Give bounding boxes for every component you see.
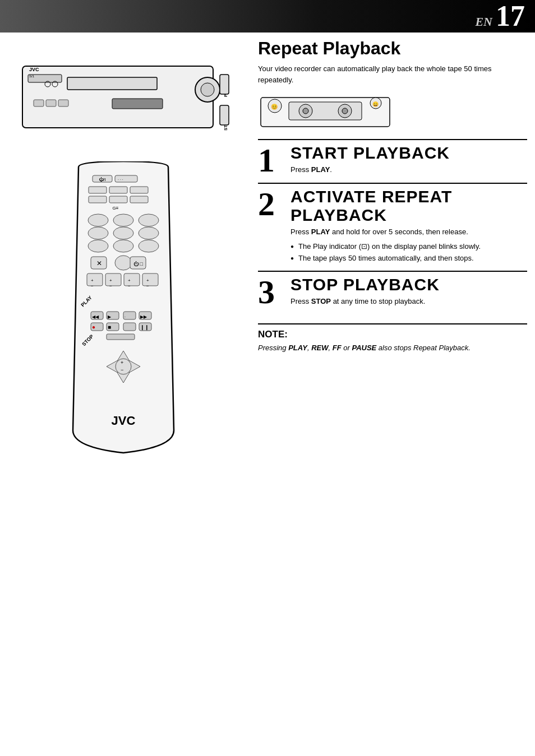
header-bar: EN 17: [0, 0, 535, 33]
svg-text:JVC: JVC: [29, 67, 39, 72]
svg-rect-48: [124, 273, 140, 286]
step-2-bullet-2: The tape plays 50 times automatically, a…: [290, 253, 527, 264]
svg-text:−: −: [146, 284, 149, 289]
svg-text:■: ■: [108, 324, 111, 330]
svg-text:−: −: [91, 284, 94, 289]
svg-text:●: ●: [92, 324, 95, 330]
svg-text:⏻/I: ⏻/I: [99, 177, 105, 182]
svg-rect-45: [105, 273, 121, 286]
page-title: Repeat Playback: [258, 38, 527, 59]
svg-rect-42: [87, 273, 103, 286]
svg-text:+: +: [91, 278, 94, 283]
svg-text:G≡: G≡: [113, 206, 119, 211]
note-section: NOTE: Pressing PLAY, REW, FF or PAUSE al…: [258, 323, 527, 354]
svg-point-32: [113, 227, 133, 239]
svg-rect-16: [220, 105, 229, 125]
page-number: 17: [496, 2, 525, 31]
step-3-container: 3 STOP PLAYBACK Press STOP at any time t…: [258, 271, 527, 314]
svg-text:😄: 😄: [372, 101, 379, 108]
svg-text:+: +: [128, 278, 131, 283]
svg-point-35: [113, 240, 133, 252]
svg-text:😊: 😊: [271, 103, 278, 110]
svg-text:+: +: [121, 360, 123, 365]
svg-text:⏻ □: ⏻ □: [133, 261, 144, 267]
step-1-content: START PLAYBACK Press PLAY.: [287, 143, 527, 175]
svg-text:−: −: [109, 284, 112, 289]
step-2-heading: ACTIVATE REPEAT PLAYBACK: [290, 187, 527, 224]
svg-point-30: [139, 214, 159, 226]
vcr-illustration: JVC S/1 PLAY STOP: [17, 44, 236, 145]
tape-illustration: 😊 😄: [258, 92, 393, 131]
step-2-container: 2 ACTIVATE REPEAT PLAYBACK Press PLAY an…: [258, 183, 527, 271]
step-2-bullets: The Play indicator (⊡) on the display pa…: [290, 241, 527, 264]
step-2-number: 2: [258, 187, 287, 221]
step-3-heading: STOP PLAYBACK: [290, 275, 527, 294]
step-3-number: 3: [258, 275, 287, 309]
step-1-desc: Press PLAY.: [290, 164, 527, 175]
svg-rect-7: [34, 100, 44, 106]
svg-rect-51: [142, 273, 158, 286]
en-label: EN: [475, 15, 492, 29]
svg-rect-23: [130, 187, 148, 193]
step-1-number: 1: [258, 143, 287, 177]
svg-rect-25: [109, 196, 127, 203]
step-2-content: ACTIVATE REPEAT PLAYBACK Press PLAY and …: [287, 187, 527, 265]
svg-point-33: [139, 227, 159, 239]
svg-text:✕: ✕: [96, 259, 102, 267]
svg-point-34: [88, 240, 108, 252]
svg-rect-22: [109, 187, 127, 193]
svg-rect-9: [58, 100, 68, 106]
svg-rect-67: [123, 323, 136, 331]
svg-point-36: [139, 240, 159, 252]
svg-rect-70: [107, 334, 135, 340]
svg-text:JVC: JVC: [112, 414, 136, 428]
svg-text:+: +: [146, 278, 149, 283]
svg-text:·: ·: [124, 315, 126, 319]
note-text: Pressing PLAY, REW, FF or PAUSE also sto…: [258, 342, 527, 354]
step-3-desc: Press STOP at any time to stop playback.: [290, 296, 527, 307]
svg-text:−: −: [121, 367, 123, 373]
step-2-desc: Press PLAY and hold for over 5 seconds, …: [290, 226, 527, 238]
page-number-area: EN 17: [475, 2, 525, 31]
right-column: Repeat Playback Your video recorder can …: [258, 38, 527, 353]
remote-svg: ⏻/I · · · G≡ ✕: [45, 161, 202, 498]
svg-text:▶: ▶: [108, 314, 112, 319]
svg-rect-10: [112, 99, 163, 109]
svg-point-83: [303, 108, 308, 114]
svg-rect-15: [220, 75, 229, 94]
note-title: NOTE:: [258, 329, 527, 340]
svg-text:S/1: S/1: [29, 75, 35, 78]
step-2-bullet-1: The Play indicator (⊡) on the display pa…: [290, 241, 527, 252]
svg-rect-26: [130, 196, 148, 203]
svg-point-29: [113, 214, 133, 226]
step-3-content: STOP PLAYBACK Press STOP at any time to …: [287, 275, 527, 307]
svg-point-85: [342, 108, 348, 114]
svg-text:−: −: [128, 284, 131, 289]
svg-point-31: [88, 227, 108, 239]
svg-rect-6: [67, 77, 157, 90]
left-column: JVC S/1 PLAY STOP: [0, 33, 252, 756]
step-1-heading: START PLAYBACK: [290, 143, 527, 162]
remote-illustration: ⏻/I · · · G≡ ✕: [45, 161, 202, 498]
svg-rect-21: [89, 187, 107, 193]
svg-text:· · ·: · · ·: [118, 178, 123, 182]
svg-point-12: [201, 83, 214, 96]
svg-text:◀◀: ◀◀: [92, 314, 99, 319]
intro-text: Your video recorder can automatically pl…: [258, 63, 527, 85]
svg-text:+: +: [109, 278, 112, 283]
svg-rect-24: [89, 196, 107, 203]
svg-rect-8: [46, 100, 56, 106]
step-1-container: 1 START PLAYBACK Press PLAY.: [258, 139, 527, 183]
svg-point-28: [88, 214, 108, 226]
svg-text:▶▶: ▶▶: [140, 314, 147, 319]
svg-text:❙❙: ❙❙: [140, 324, 149, 331]
svg-point-39: [115, 256, 132, 270]
vcr-svg: JVC S/1 PLAY STOP: [17, 44, 236, 145]
